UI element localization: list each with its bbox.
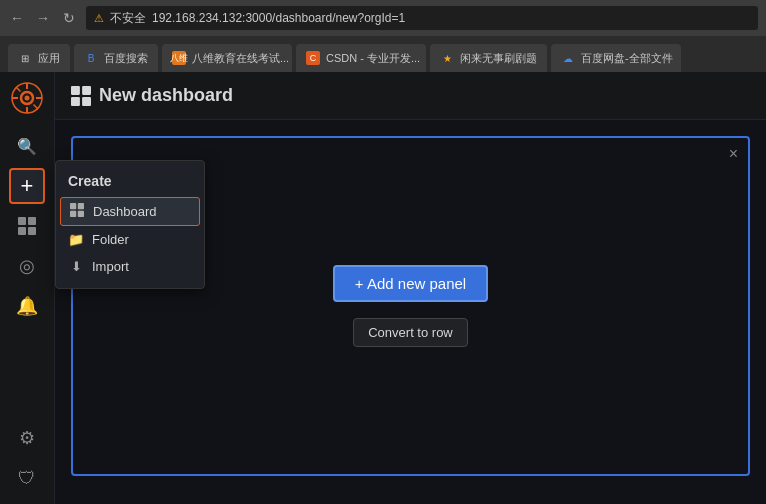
svg-rect-13: [71, 86, 80, 95]
refresh-button[interactable]: ↻: [60, 9, 78, 27]
grafana-logo[interactable]: [9, 80, 45, 116]
svg-rect-11: [18, 227, 26, 235]
browser-chrome: ← → ↻ ⚠ 不安全 192.168.234.132:3000/dashboa…: [0, 0, 766, 72]
sidebar-item-explore[interactable]: ◎: [9, 248, 45, 284]
tab-apps[interactable]: ⊞ 应用: [8, 44, 70, 72]
tab-baidu[interactable]: B 百度搜索: [74, 44, 158, 72]
tab-xian-icon: ★: [440, 51, 454, 65]
tab-csdn-icon: C: [306, 51, 320, 65]
tab-edu[interactable]: 八维 八维教育在线考试...: [162, 44, 292, 72]
tab-csdn[interactable]: C CSDN - 专业开发...: [296, 44, 426, 72]
svg-rect-16: [82, 97, 91, 106]
svg-rect-9: [18, 217, 26, 225]
sidebar: 🔍 + ◎ 🔔 ⚙ 🛡: [0, 72, 55, 504]
folder-menu-icon: 📁: [68, 232, 84, 247]
create-menu-title: Create: [56, 169, 204, 197]
browser-tabs: ⊞ 应用 B 百度搜索 八维 八维教育在线考试... C CSDN - 专业开发…: [0, 36, 766, 72]
tab-baidu-pan-icon: ☁: [561, 51, 575, 65]
svg-rect-18: [78, 203, 84, 209]
create-menu-item-dashboard[interactable]: Dashboard: [60, 197, 200, 226]
page-title-area: New dashboard: [71, 85, 233, 106]
browser-nav: ← → ↻ ⚠ 不安全 192.168.234.132:3000/dashboa…: [0, 0, 766, 36]
tab-baidu-icon: B: [84, 51, 98, 65]
tab-edu-icon: 八维: [172, 51, 186, 65]
create-menu: Create Dashboard 📁 Folder ⬇ Import: [55, 160, 205, 289]
svg-rect-19: [70, 211, 76, 217]
sidebar-item-settings[interactable]: ⚙: [9, 420, 45, 456]
create-menu-dashboard-label: Dashboard: [93, 204, 157, 219]
insecure-icon: ⚠: [94, 12, 104, 25]
insecure-label: 不安全: [110, 10, 146, 27]
tab-baidu-pan-label: 百度网盘-全部文件: [581, 51, 673, 66]
svg-rect-14: [82, 86, 91, 95]
close-button[interactable]: ×: [729, 146, 738, 162]
svg-rect-15: [71, 97, 80, 106]
svg-rect-20: [78, 211, 84, 217]
back-button[interactable]: ←: [8, 9, 26, 27]
add-new-panel-button[interactable]: + Add new panel: [333, 265, 488, 302]
sidebar-item-search[interactable]: 🔍: [9, 128, 45, 164]
create-menu-import-label: Import: [92, 259, 129, 274]
dashboard-grid-icon: [71, 86, 91, 106]
dashboard-menu-icon: [69, 203, 85, 220]
sidebar-item-create[interactable]: +: [9, 168, 45, 204]
convert-to-row-button[interactable]: Convert to row: [353, 318, 468, 347]
app-layout: 🔍 + ◎ 🔔 ⚙ 🛡: [0, 72, 766, 504]
tab-xian-label: 闲来无事刷剧题: [460, 51, 537, 66]
tab-baidu-label: 百度搜索: [104, 51, 148, 66]
page-title: New dashboard: [99, 85, 233, 106]
sidebar-item-shield[interactable]: 🛡: [9, 460, 45, 496]
top-bar: New dashboard: [55, 72, 766, 120]
tab-csdn-label: CSDN - 专业开发...: [326, 51, 420, 66]
svg-point-8: [25, 96, 30, 101]
sidebar-item-dashboards[interactable]: [9, 208, 45, 244]
plus-icon: +: [21, 175, 34, 197]
svg-rect-17: [70, 203, 76, 209]
sidebar-item-alerting[interactable]: 🔔: [9, 288, 45, 324]
svg-rect-12: [28, 227, 36, 235]
svg-rect-10: [28, 217, 36, 225]
url-text: 192.168.234.132:3000/dashboard/new?orgId…: [152, 11, 405, 25]
address-bar[interactable]: ⚠ 不安全 192.168.234.132:3000/dashboard/new…: [86, 6, 758, 30]
import-menu-icon: ⬇: [68, 259, 84, 274]
tab-apps-label: 应用: [38, 51, 60, 66]
tab-edu-label: 八维教育在线考试...: [192, 51, 289, 66]
create-menu-folder-label: Folder: [92, 232, 129, 247]
tab-baidu-pan[interactable]: ☁ 百度网盘-全部文件: [551, 44, 681, 72]
tab-apps-icon: ⊞: [18, 51, 32, 65]
forward-button[interactable]: →: [34, 9, 52, 27]
tab-xian[interactable]: ★ 闲来无事刷剧题: [430, 44, 547, 72]
create-menu-item-folder[interactable]: 📁 Folder: [56, 226, 204, 253]
create-menu-item-import[interactable]: ⬇ Import: [56, 253, 204, 280]
